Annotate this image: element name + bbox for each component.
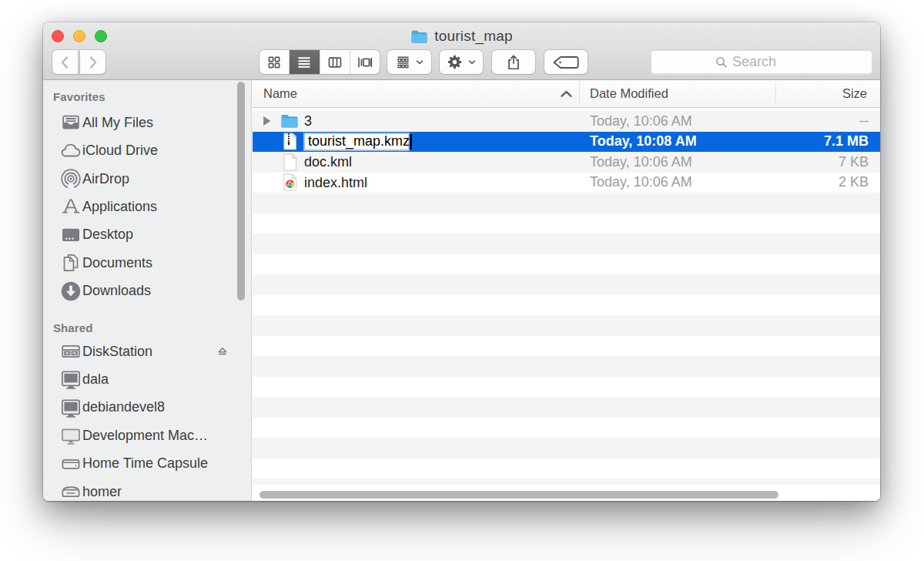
file-size: -- — [859, 113, 880, 129]
sidebar-scrollbar[interactable] — [237, 82, 245, 301]
horizontal-scrollbar-thumb[interactable] — [259, 491, 778, 499]
empty-row — [253, 233, 880, 254]
sidebar-section-label: Shared — [53, 321, 92, 334]
all-my-files-icon — [61, 113, 81, 133]
file-size: 7.1 MB — [824, 133, 880, 149]
file-date-modified: Today, 10:06 AM — [579, 113, 692, 129]
coverflow-view-icon — [356, 55, 374, 70]
imac-icon — [61, 369, 81, 389]
chevron-down-icon — [468, 60, 476, 65]
empty-row — [253, 295, 880, 316]
empty-row — [253, 274, 880, 295]
finder-window: tourist_map — [43, 22, 880, 501]
file-row-doc-kml[interactable]: doc.kml Today, 10:06 AM 7 KB — [253, 152, 880, 173]
desktop-background: tourist_map — [0, 0, 924, 561]
arrange-button[interactable] — [387, 50, 431, 74]
sidebar-item-airdrop[interactable]: AirDrop — [43, 165, 251, 193]
empty-row — [253, 254, 880, 275]
file-date-modified: Today, 10:08 AM — [579, 133, 697, 149]
action-button[interactable] — [440, 50, 483, 74]
file-row-index-html[interactable]: index.html Today, 10:06 AM 2 KB — [253, 173, 880, 193]
rename-field[interactable]: tourist_map.kmz — [303, 133, 410, 152]
desktop-icon — [61, 225, 81, 245]
file-date-modified: Today, 10:06 AM — [579, 154, 692, 170]
disclosure-triangle-icon[interactable] — [262, 116, 272, 127]
file-name: index.html — [304, 174, 367, 190]
file-name: 3 — [304, 113, 312, 129]
folder-icon — [280, 113, 299, 129]
chevron-down-icon — [416, 60, 424, 65]
file-row-tourist-map-kmz[interactable]: tourist_map.kmz Today, 10:08 AM 7.1 MB — [253, 132, 880, 153]
icon-view-icon — [266, 55, 282, 70]
sidebar-item-diskstation[interactable]: DiskStation — [43, 338, 251, 365]
display-icon — [61, 425, 81, 445]
blank-file-icon — [283, 153, 297, 171]
empty-row — [253, 438, 880, 459]
tag-icon — [553, 56, 579, 69]
documents-icon — [61, 253, 81, 273]
view-mode-segmented-control — [259, 50, 380, 74]
timecapsule2-icon — [61, 482, 81, 501]
forward-button[interactable] — [80, 50, 105, 74]
tag-button[interactable] — [544, 50, 588, 74]
search-input[interactable]: Search — [651, 50, 872, 74]
sidebar-item-dala[interactable]: dala — [43, 365, 251, 393]
column-view-button[interactable] — [320, 50, 350, 74]
list-header: Name Date Modified Size — [253, 80, 880, 108]
file-size: 2 KB — [839, 174, 880, 190]
back-button[interactable] — [52, 50, 78, 74]
icloud-icon — [61, 141, 81, 161]
horizontal-scrollbar-track — [253, 485, 880, 501]
window-title-label: tourist_map — [434, 28, 512, 45]
html-file-icon — [283, 173, 297, 191]
chevron-right-icon — [84, 54, 101, 71]
column-header-size[interactable]: Size — [842, 80, 867, 107]
sidebar-item-development-mac[interactable]: Development Mac… — [43, 422, 251, 449]
sidebar: Favorites All My Files iCloud Drive AirD… — [43, 80, 252, 501]
column-header-date-modified[interactable]: Date Modified — [590, 80, 668, 107]
sidebar-item-debiandevel8[interactable]: debiandevel8 — [43, 394, 251, 422]
chevron-left-icon — [57, 54, 74, 71]
empty-row — [253, 356, 880, 377]
empty-row — [253, 418, 880, 438]
search-icon — [715, 56, 728, 69]
text-caret — [410, 134, 412, 149]
empty-row — [253, 336, 880, 357]
applications-icon — [61, 197, 81, 217]
sidebar-item-icloud-drive[interactable]: iCloud Drive — [43, 137, 251, 165]
icon-view-button[interactable] — [259, 50, 290, 74]
empty-row — [253, 213, 880, 234]
sidebar-item-documents[interactable]: Documents — [43, 249, 251, 277]
empty-row — [253, 315, 880, 336]
column-divider[interactable] — [775, 82, 776, 106]
airdrop-icon — [61, 169, 81, 189]
sidebar-item-downloads[interactable]: Downloads — [43, 277, 251, 305]
list-view-button[interactable] — [290, 50, 320, 74]
sidebar-item-homer[interactable]: homer — [43, 478, 251, 501]
window-title: tourist_map — [43, 28, 880, 45]
column-header-name[interactable]: Name — [263, 80, 297, 107]
file-name: doc.kml — [304, 154, 352, 170]
sidebar-item-all-my-files[interactable]: All My Files — [43, 109, 251, 136]
share-button[interactable] — [492, 50, 535, 74]
timecapsule-icon — [61, 454, 81, 474]
arrange-icon — [396, 55, 410, 69]
coverflow-view-button[interactable] — [350, 50, 380, 74]
sidebar-section-label: Favorites — [53, 89, 105, 102]
rename-text: tourist_map.kmz — [305, 133, 410, 149]
sidebar-item-desktop[interactable]: Desktop — [43, 221, 251, 249]
empty-row — [253, 459, 880, 479]
file-list: Name Date Modified Size 3 Today, 10:06 A… — [253, 80, 880, 501]
folder-icon — [410, 29, 428, 44]
column-divider[interactable] — [579, 82, 580, 106]
list-view-icon — [296, 55, 312, 70]
sidebar-item-applications[interactable]: Applications — [43, 193, 251, 220]
window-content: Favorites All My Files iCloud Drive AirD… — [43, 80, 880, 501]
empty-row — [253, 193, 880, 213]
file-row-3[interactable]: 3 Today, 10:06 AM -- — [253, 111, 880, 132]
search-placeholder: Search — [732, 54, 776, 70]
sidebar-item-home-time-capsule[interactable]: Home Time Capsule — [43, 450, 251, 478]
downloads-icon — [61, 281, 81, 301]
kmz-file-icon — [283, 133, 297, 150]
eject-icon[interactable] — [217, 346, 228, 357]
